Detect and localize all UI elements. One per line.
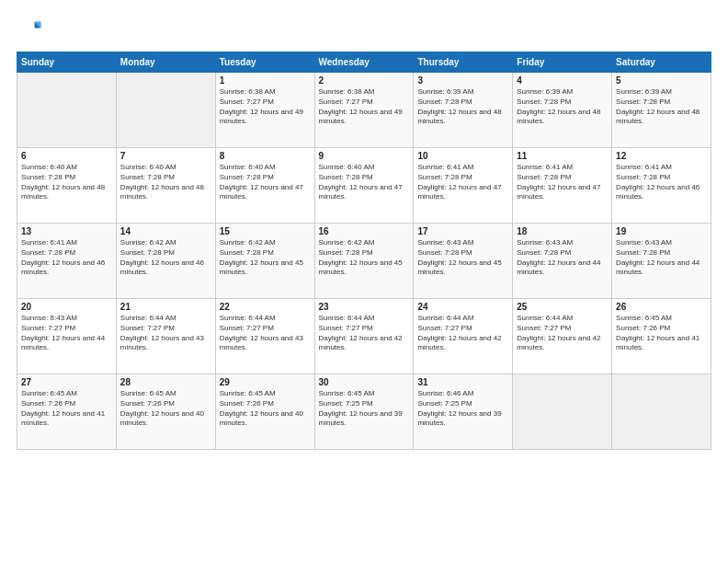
calendar-cell: 11 Sunrise: 6:41 AMSunset: 7:28 PMDaylig… bbox=[513, 148, 612, 224]
day-info: Sunrise: 6:45 AMSunset: 7:26 PMDaylight:… bbox=[616, 314, 707, 353]
day-info: Sunrise: 6:41 AMSunset: 7:28 PMDaylight:… bbox=[517, 163, 608, 202]
logo-icon bbox=[17, 17, 42, 42]
day-number: 1 bbox=[220, 75, 311, 86]
day-number: 5 bbox=[616, 75, 707, 86]
calendar-header-row: Sunday Monday Tuesday Wednesday Thursday… bbox=[17, 52, 711, 73]
calendar-cell: 20 Sunrise: 6:43 AMSunset: 7:27 PMDaylig… bbox=[17, 299, 117, 374]
header-sunday: Sunday bbox=[17, 52, 117, 73]
calendar-cell: 5 Sunrise: 6:39 AMSunset: 7:28 PMDayligh… bbox=[612, 73, 711, 148]
day-number: 17 bbox=[417, 226, 508, 236]
day-info: Sunrise: 6:45 AMSunset: 7:26 PMDaylight:… bbox=[21, 389, 112, 429]
day-number: 3 bbox=[417, 75, 508, 86]
calendar-cell bbox=[612, 374, 711, 450]
calendar-cell: 13 Sunrise: 6:41 AMSunset: 7:28 PMDaylig… bbox=[17, 224, 117, 299]
calendar-cell: 8 Sunrise: 6:40 AMSunset: 7:28 PMDayligh… bbox=[215, 148, 314, 224]
day-number: 26 bbox=[616, 302, 707, 312]
calendar-cell: 19 Sunrise: 6:43 AMSunset: 7:28 PMDaylig… bbox=[612, 224, 711, 299]
day-number: 31 bbox=[417, 377, 508, 387]
day-info: Sunrise: 6:40 AMSunset: 7:28 PMDaylight:… bbox=[319, 163, 410, 202]
calendar-cell: 18 Sunrise: 6:43 AMSunset: 7:28 PMDaylig… bbox=[513, 224, 612, 299]
calendar-cell: 24 Sunrise: 6:44 AMSunset: 7:27 PMDaylig… bbox=[414, 299, 513, 374]
header-thursday: Thursday bbox=[414, 52, 513, 73]
calendar-cell: 4 Sunrise: 6:39 AMSunset: 7:28 PMDayligh… bbox=[513, 73, 612, 148]
header-monday: Monday bbox=[116, 52, 215, 73]
calendar-cell: 29 Sunrise: 6:45 AMSunset: 7:26 PMDaylig… bbox=[215, 374, 314, 450]
day-info: Sunrise: 6:46 AMSunset: 7:25 PMDaylight:… bbox=[417, 389, 508, 429]
calendar-cell: 14 Sunrise: 6:42 AMSunset: 7:28 PMDaylig… bbox=[116, 224, 215, 299]
calendar-cell: 1 Sunrise: 6:38 AMSunset: 7:27 PMDayligh… bbox=[215, 73, 314, 148]
calendar-table: Sunday Monday Tuesday Wednesday Thursday… bbox=[17, 52, 711, 450]
calendar-cell: 31 Sunrise: 6:46 AMSunset: 7:25 PMDaylig… bbox=[414, 374, 513, 450]
header-saturday: Saturday bbox=[612, 52, 711, 73]
day-info: Sunrise: 6:42 AMSunset: 7:28 PMDaylight:… bbox=[220, 238, 311, 278]
day-info: Sunrise: 6:40 AMSunset: 7:28 PMDaylight:… bbox=[120, 163, 211, 202]
day-number: 22 bbox=[220, 302, 311, 312]
day-number: 25 bbox=[517, 302, 608, 312]
day-number: 29 bbox=[220, 377, 311, 387]
day-number: 30 bbox=[319, 377, 410, 387]
svg-rect-0 bbox=[17, 17, 42, 42]
calendar-cell: 22 Sunrise: 6:44 AMSunset: 7:27 PMDaylig… bbox=[215, 299, 314, 374]
calendar-cell: 23 Sunrise: 6:44 AMSunset: 7:27 PMDaylig… bbox=[314, 299, 414, 374]
calendar-week-row: 1 Sunrise: 6:38 AMSunset: 7:27 PMDayligh… bbox=[17, 73, 711, 148]
day-number: 6 bbox=[21, 151, 112, 161]
calendar-cell bbox=[116, 73, 215, 148]
day-number: 8 bbox=[220, 151, 311, 161]
calendar-week-row: 13 Sunrise: 6:41 AMSunset: 7:28 PMDaylig… bbox=[17, 224, 711, 299]
day-info: Sunrise: 6:40 AMSunset: 7:28 PMDaylight:… bbox=[21, 163, 112, 202]
day-info: Sunrise: 6:39 AMSunset: 7:28 PMDaylight:… bbox=[616, 87, 707, 127]
day-number: 11 bbox=[517, 151, 608, 161]
calendar-cell: 7 Sunrise: 6:40 AMSunset: 7:28 PMDayligh… bbox=[116, 148, 215, 224]
day-info: Sunrise: 6:39 AMSunset: 7:28 PMDaylight:… bbox=[517, 87, 608, 127]
day-number: 2 bbox=[319, 75, 410, 86]
day-number: 13 bbox=[21, 226, 112, 236]
calendar-cell: 21 Sunrise: 6:44 AMSunset: 7:27 PMDaylig… bbox=[116, 299, 215, 374]
day-info: Sunrise: 6:44 AMSunset: 7:27 PMDaylight:… bbox=[220, 314, 311, 353]
day-info: Sunrise: 6:45 AMSunset: 7:25 PMDaylight:… bbox=[319, 389, 410, 429]
calendar-cell: 25 Sunrise: 6:44 AMSunset: 7:27 PMDaylig… bbox=[513, 299, 612, 374]
calendar-cell: 27 Sunrise: 6:45 AMSunset: 7:26 PMDaylig… bbox=[17, 374, 117, 450]
day-number: 27 bbox=[21, 377, 112, 387]
day-number: 10 bbox=[417, 151, 508, 161]
day-number: 18 bbox=[517, 226, 608, 236]
day-info: Sunrise: 6:41 AMSunset: 7:28 PMDaylight:… bbox=[616, 163, 707, 202]
page-header bbox=[17, 17, 711, 42]
day-info: Sunrise: 6:39 AMSunset: 7:28 PMDaylight:… bbox=[417, 87, 508, 127]
logo bbox=[17, 17, 46, 42]
day-number: 21 bbox=[120, 302, 211, 312]
day-info: Sunrise: 6:42 AMSunset: 7:28 PMDaylight:… bbox=[319, 238, 410, 278]
calendar-cell: 26 Sunrise: 6:45 AMSunset: 7:26 PMDaylig… bbox=[612, 299, 711, 374]
calendar-cell: 17 Sunrise: 6:43 AMSunset: 7:28 PMDaylig… bbox=[414, 224, 513, 299]
header-wednesday: Wednesday bbox=[314, 52, 414, 73]
day-number: 4 bbox=[517, 75, 608, 86]
calendar-cell bbox=[513, 374, 612, 450]
calendar-cell: 2 Sunrise: 6:38 AMSunset: 7:27 PMDayligh… bbox=[314, 73, 414, 148]
day-number: 14 bbox=[120, 226, 211, 236]
day-info: Sunrise: 6:41 AMSunset: 7:28 PMDaylight:… bbox=[417, 163, 508, 202]
calendar-cell: 16 Sunrise: 6:42 AMSunset: 7:28 PMDaylig… bbox=[314, 224, 414, 299]
calendar-week-row: 20 Sunrise: 6:43 AMSunset: 7:27 PMDaylig… bbox=[17, 299, 711, 374]
day-number: 16 bbox=[319, 226, 410, 236]
calendar-cell: 28 Sunrise: 6:45 AMSunset: 7:26 PMDaylig… bbox=[116, 374, 215, 450]
day-info: Sunrise: 6:44 AMSunset: 7:27 PMDaylight:… bbox=[417, 314, 508, 353]
calendar-cell bbox=[17, 73, 117, 148]
day-number: 12 bbox=[616, 151, 707, 161]
day-info: Sunrise: 6:38 AMSunset: 7:27 PMDaylight:… bbox=[319, 87, 410, 127]
day-number: 23 bbox=[319, 302, 410, 312]
day-number: 9 bbox=[319, 151, 410, 161]
day-info: Sunrise: 6:38 AMSunset: 7:27 PMDaylight:… bbox=[220, 87, 311, 127]
day-info: Sunrise: 6:43 AMSunset: 7:27 PMDaylight:… bbox=[21, 314, 112, 353]
calendar-cell: 9 Sunrise: 6:40 AMSunset: 7:28 PMDayligh… bbox=[314, 148, 414, 224]
calendar-week-row: 6 Sunrise: 6:40 AMSunset: 7:28 PMDayligh… bbox=[17, 148, 711, 224]
day-info: Sunrise: 6:43 AMSunset: 7:28 PMDaylight:… bbox=[517, 238, 608, 278]
header-friday: Friday bbox=[513, 52, 612, 73]
day-info: Sunrise: 6:44 AMSunset: 7:27 PMDaylight:… bbox=[120, 314, 211, 353]
day-info: Sunrise: 6:42 AMSunset: 7:28 PMDaylight:… bbox=[120, 238, 211, 278]
day-info: Sunrise: 6:40 AMSunset: 7:28 PMDaylight:… bbox=[220, 163, 311, 202]
calendar-cell: 12 Sunrise: 6:41 AMSunset: 7:28 PMDaylig… bbox=[612, 148, 711, 224]
calendar-cell: 3 Sunrise: 6:39 AMSunset: 7:28 PMDayligh… bbox=[414, 73, 513, 148]
calendar-cell: 30 Sunrise: 6:45 AMSunset: 7:25 PMDaylig… bbox=[314, 374, 414, 450]
day-number: 20 bbox=[21, 302, 112, 312]
day-info: Sunrise: 6:45 AMSunset: 7:26 PMDaylight:… bbox=[220, 389, 311, 429]
day-info: Sunrise: 6:43 AMSunset: 7:28 PMDaylight:… bbox=[616, 238, 707, 278]
